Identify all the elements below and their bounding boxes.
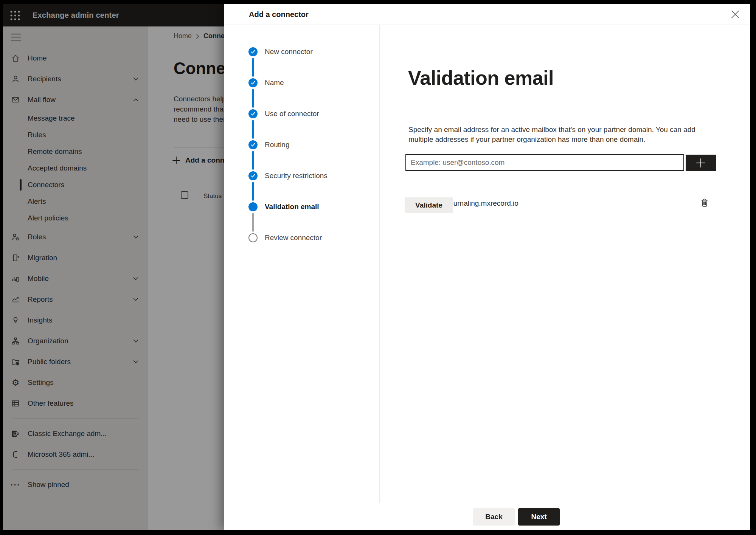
address-list-divider xyxy=(405,193,716,193)
step-connector-line xyxy=(252,89,254,108)
step-label: Validation email xyxy=(265,203,319,211)
step-review-connector[interactable]: Review connector xyxy=(224,232,376,244)
add-address-button[interactable] xyxy=(686,155,716,171)
step-label: Security restrictions xyxy=(265,172,328,180)
panel-title: Add a connector xyxy=(249,4,309,25)
step-validation-email[interactable]: Validation email xyxy=(224,201,376,213)
step-name[interactable]: Name xyxy=(224,77,376,89)
back-button[interactable]: Back xyxy=(473,508,515,526)
step-current-icon xyxy=(248,202,258,211)
panel-footer: Back Next xyxy=(224,503,750,530)
step-description-line: multiple addresses if your partner organ… xyxy=(408,135,695,144)
step-content: Validation email Specify an email addres… xyxy=(380,25,750,503)
wizard-stepper: New connector Name Use of connector xyxy=(224,25,380,503)
step-connector-line xyxy=(252,120,254,139)
step-completed-icon xyxy=(248,47,258,56)
step-connector-line xyxy=(252,213,254,232)
step-upcoming-icon xyxy=(248,233,258,242)
step-completed-icon xyxy=(248,78,258,87)
step-description: Specify an email address for an active m… xyxy=(408,125,695,144)
step-label: Routing xyxy=(265,141,290,149)
next-button[interactable]: Next xyxy=(518,508,560,526)
step-label: Use of connector xyxy=(265,110,319,118)
validate-button[interactable]: Validate xyxy=(405,197,453,213)
step-completed-icon xyxy=(248,109,258,118)
panel-header: Add a connector xyxy=(224,4,750,25)
step-label: Review connector xyxy=(265,234,322,242)
screen: Exchange admin center Home xyxy=(3,4,750,530)
step-completed-icon xyxy=(248,171,258,180)
delete-address-button[interactable] xyxy=(699,197,710,208)
step-routing[interactable]: Routing xyxy=(224,139,376,151)
step-security-restrictions[interactable]: Security restrictions xyxy=(224,170,376,182)
close-button[interactable] xyxy=(730,9,740,19)
step-heading: Validation email xyxy=(408,67,554,89)
add-connector-panel: Add a connector New connector Name xyxy=(224,4,750,530)
step-connector-line xyxy=(252,58,254,77)
plus-icon xyxy=(695,158,706,168)
step-completed-icon xyxy=(248,140,258,149)
step-label: New connector xyxy=(265,48,313,56)
step-use-of-connector[interactable]: Use of connector xyxy=(224,108,376,120)
step-label: Name xyxy=(265,79,284,87)
close-icon xyxy=(731,10,739,19)
email-address-input[interactable] xyxy=(405,154,684,171)
step-new-connector[interactable]: New connector xyxy=(224,46,376,58)
step-connector-line xyxy=(252,151,254,170)
trash-icon xyxy=(700,198,709,208)
step-connector-line xyxy=(252,182,254,201)
step-description-line: Specify an email address for an active m… xyxy=(408,125,695,135)
